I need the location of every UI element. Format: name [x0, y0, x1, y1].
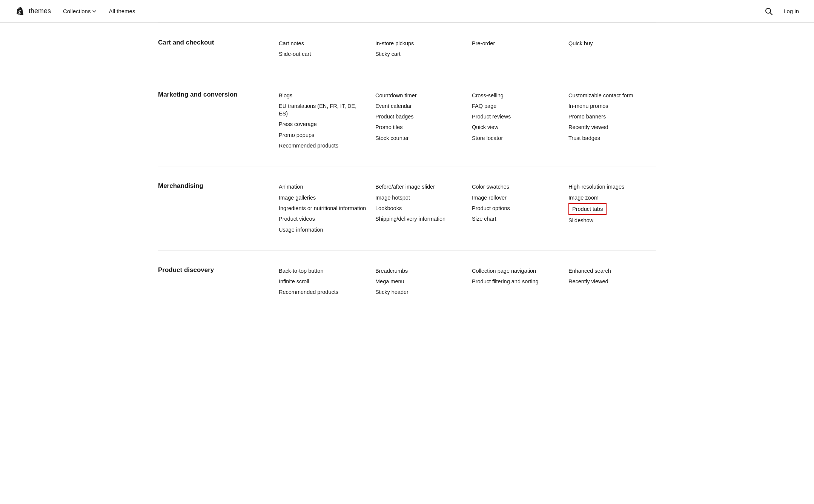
section-content-product-discovery: Back-to-top buttonInfinite scrollRecomme… — [279, 266, 656, 298]
section-marketing-and-conversion: Marketing and conversionBlogsEU translat… — [158, 75, 656, 166]
feature-link[interactable]: Promo popups — [279, 130, 366, 140]
chevron-down-icon — [92, 9, 97, 14]
column-2: Color swatchesImage rolloverProduct opti… — [472, 181, 559, 235]
logo-text: themes — [29, 7, 51, 15]
feature-link[interactable]: Shipping/delivery information — [375, 214, 463, 224]
feature-link[interactable]: EU translations (EN, FR, IT, DE, ES) — [279, 101, 366, 119]
feature-link[interactable]: Color swatches — [472, 181, 559, 192]
feature-link[interactable]: Slide-out cart — [279, 49, 366, 59]
sections-container: Cart and checkoutCart notesSlide-out car… — [158, 23, 656, 343]
feature-link[interactable]: Product videos — [279, 214, 366, 224]
feature-link[interactable]: Product reviews — [472, 111, 559, 122]
section-title-cart-and-checkout: Cart and checkout — [158, 38, 264, 60]
feature-link[interactable]: Quick view — [472, 122, 559, 132]
column-0: BlogsEU translations (EN, FR, IT, DE, ES… — [279, 90, 366, 151]
section-cart-and-checkout: Cart and checkoutCart notesSlide-out car… — [158, 23, 656, 75]
feature-link[interactable]: Back-to-top button — [279, 266, 366, 276]
feature-link[interactable]: High-resolution images — [568, 181, 656, 192]
main-content: Cart and checkoutCart notesSlide-out car… — [143, 23, 671, 343]
feature-link[interactable]: Pre-order — [472, 38, 559, 49]
feature-link[interactable]: Press coverage — [279, 119, 366, 129]
feature-link[interactable]: Stock counter — [375, 133, 463, 143]
feature-link[interactable]: Quick buy — [568, 38, 656, 49]
section-title-marketing-and-conversion: Marketing and conversion — [158, 90, 264, 151]
feature-link[interactable]: Event calendar — [375, 101, 463, 111]
feature-link[interactable]: Product tabs — [568, 203, 607, 215]
section-merchandising: MerchandisingAnimationImage galleriesIng… — [158, 166, 656, 250]
feature-link[interactable]: Countdown timer — [375, 90, 463, 101]
search-button[interactable] — [763, 6, 774, 17]
feature-link[interactable]: Lookbooks — [375, 203, 463, 214]
nav-all-themes[interactable]: All themes — [109, 8, 135, 14]
feature-link[interactable]: Enhanced search — [568, 266, 656, 276]
search-icon — [765, 7, 773, 15]
feature-link[interactable]: In-store pickups — [375, 38, 463, 49]
feature-link[interactable]: Size chart — [472, 214, 559, 224]
header-actions: Log in — [763, 6, 799, 17]
feature-link[interactable]: Blogs — [279, 90, 366, 101]
header: themes Collections All themes Log in — [0, 0, 814, 23]
main-nav: Collections All themes — [63, 8, 763, 14]
column-3: High-resolution imagesImage zoomProduct … — [568, 181, 656, 235]
feature-link[interactable]: Infinite scroll — [279, 276, 366, 287]
feature-link[interactable]: Sticky cart — [375, 49, 463, 59]
feature-link[interactable]: Image galleries — [279, 192, 366, 203]
nav-collections[interactable]: Collections — [63, 8, 97, 14]
column-2: Collection page navigationProduct filter… — [472, 266, 559, 298]
section-title-merchandising: Merchandising — [158, 181, 264, 235]
login-button[interactable]: Log in — [783, 8, 799, 14]
feature-link[interactable]: FAQ page — [472, 101, 559, 111]
feature-link[interactable]: Product options — [472, 203, 559, 214]
feature-link[interactable]: Product badges — [375, 111, 463, 122]
feature-link[interactable]: Collection page navigation — [472, 266, 559, 276]
feature-link[interactable]: Usage information — [279, 224, 366, 235]
feature-link[interactable]: Promo tiles — [375, 122, 463, 132]
column-1: Countdown timerEvent calendarProduct bad… — [375, 90, 463, 151]
column-1: In-store pickupsSticky cart — [375, 38, 463, 60]
feature-link[interactable]: Mega menu — [375, 276, 463, 287]
column-0: AnimationImage galleriesIngredients or n… — [279, 181, 366, 235]
column-1: BreadcrumbsMega menuSticky header — [375, 266, 463, 298]
column-1: Before/after image sliderImage hotspotLo… — [375, 181, 463, 235]
feature-link[interactable]: Promo banners — [568, 111, 656, 122]
section-content-merchandising: AnimationImage galleriesIngredients or n… — [279, 181, 656, 235]
column-0: Back-to-top buttonInfinite scrollRecomme… — [279, 266, 366, 298]
feature-link[interactable]: Recommended products — [279, 140, 366, 151]
feature-link[interactable]: Customizable contact form — [568, 90, 656, 101]
column-0: Cart notesSlide-out cart — [279, 38, 366, 60]
feature-link[interactable]: Recently viewed — [568, 122, 656, 132]
column-3: Quick buy — [568, 38, 656, 60]
feature-link[interactable]: Image rollover — [472, 192, 559, 203]
feature-link[interactable]: Cross-selling — [472, 90, 559, 101]
logo[interactable]: themes — [15, 6, 51, 17]
feature-link[interactable]: Trust badges — [568, 133, 656, 143]
feature-link[interactable]: Slideshow — [568, 215, 656, 226]
column-2: Pre-order — [472, 38, 559, 60]
column-3: Enhanced searchRecently viewed — [568, 266, 656, 298]
feature-link[interactable]: Ingredients or nutritional information — [279, 203, 366, 214]
column-3: Customizable contact formIn-menu promosP… — [568, 90, 656, 151]
feature-link[interactable]: Recommended products — [279, 287, 366, 297]
feature-link[interactable]: Product filtering and sorting — [472, 276, 559, 287]
section-content-marketing-and-conversion: BlogsEU translations (EN, FR, IT, DE, ES… — [279, 90, 656, 151]
feature-link[interactable]: Cart notes — [279, 38, 366, 49]
feature-link[interactable]: Store locator — [472, 133, 559, 143]
feature-link[interactable]: Image hotspot — [375, 192, 463, 203]
column-2: Cross-sellingFAQ pageProduct reviewsQuic… — [472, 90, 559, 151]
section-content-cart-and-checkout: Cart notesSlide-out cartIn-store pickups… — [279, 38, 656, 60]
feature-link[interactable]: Before/after image slider — [375, 181, 463, 192]
feature-link[interactable]: Animation — [279, 181, 366, 192]
section-title-product-discovery: Product discovery — [158, 266, 264, 298]
shopify-logo-icon — [15, 6, 26, 17]
feature-link[interactable]: In-menu promos — [568, 101, 656, 111]
feature-link[interactable]: Breadcrumbs — [375, 266, 463, 276]
feature-link[interactable]: Image zoom — [568, 192, 656, 203]
section-product-discovery: Product discoveryBack-to-top buttonInfin… — [158, 250, 656, 313]
feature-link[interactable]: Sticky header — [375, 287, 463, 297]
feature-link[interactable]: Recently viewed — [568, 276, 656, 287]
